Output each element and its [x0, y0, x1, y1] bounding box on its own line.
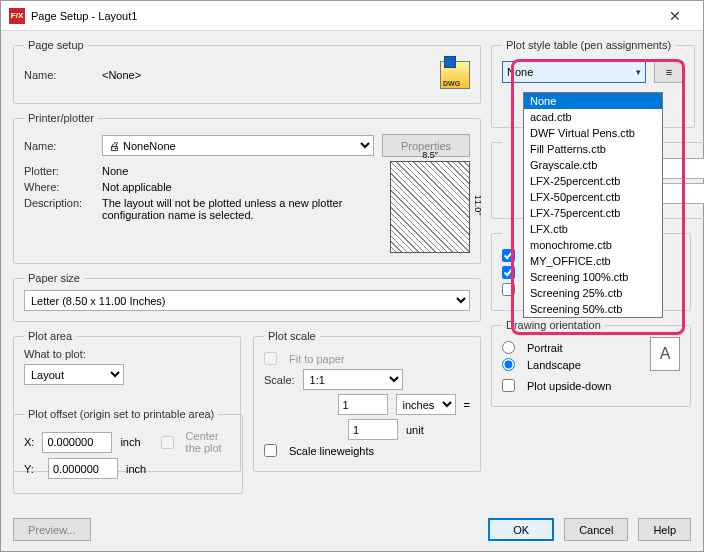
plot-offset-legend: Plot offset (origin set to printable are…: [24, 408, 218, 420]
window-title: Page Setup - Layout1: [31, 10, 655, 22]
page-setup-name-value: <None>: [102, 69, 432, 81]
x-label: X:: [24, 436, 34, 448]
printer-legend: Printer/plotter: [24, 112, 98, 124]
what-to-plot-label: What to plot:: [24, 348, 230, 360]
plot-style-select[interactable]: None ▾: [502, 61, 646, 83]
plot-style-dropdown[interactable]: Noneacad.ctbDWF Virtual Pens.ctbFill Pat…: [523, 92, 663, 318]
where-value: Not applicable: [102, 181, 172, 193]
close-button[interactable]: ✕: [655, 2, 695, 30]
plot-style-option[interactable]: Fill Patterns.ctb: [524, 141, 662, 157]
app-icon: F/X: [9, 8, 25, 24]
titlebar: F/X Page Setup - Layout1 ✕: [1, 1, 703, 31]
scale-num2[interactable]: [348, 419, 398, 440]
help-button[interactable]: Help: [638, 518, 691, 541]
plot-style-option[interactable]: DWF Virtual Pens.ctb: [524, 125, 662, 141]
ok-button[interactable]: OK: [488, 518, 554, 541]
orientation-legend: Drawing orientation: [502, 319, 605, 331]
page-setup-legend: Page setup: [24, 39, 88, 51]
page-setup-name-label: Name:: [24, 69, 94, 81]
upside-down-label: Plot upside-down: [527, 380, 611, 392]
paper-size-group: Paper size Letter (8.50 x 11.00 Inches): [13, 272, 481, 322]
plot-style-option[interactable]: Screening 100%.ctb: [524, 269, 662, 285]
y-label: Y:: [24, 463, 40, 475]
plot-area-legend: Plot area: [24, 330, 76, 342]
center-plot-checkbox[interactable]: [161, 436, 174, 449]
page-setup-dialog: F/X Page Setup - Layout1 ✕ Page setup Na…: [0, 0, 704, 552]
dwg-icon: [440, 61, 470, 89]
plot-style-option[interactable]: acad.ctb: [524, 109, 662, 125]
paper-size-select[interactable]: Letter (8.50 x 11.00 Inches): [24, 290, 470, 311]
landscape-radio[interactable]: [502, 358, 515, 371]
scale-lineweights-checkbox[interactable]: [264, 444, 277, 457]
preview-height: 11.0″: [474, 195, 484, 216]
plot-style-option[interactable]: Screening 50%.ctb: [524, 301, 662, 317]
where-label: Where:: [24, 181, 94, 193]
plot-style-option[interactable]: LFX-25percent.ctb: [524, 173, 662, 189]
paper-size-legend: Paper size: [24, 272, 84, 284]
plot-paperspace-checkbox[interactable]: [502, 266, 515, 279]
printer-group: Printer/plotter Name: 🖨 NoneNone Propert…: [13, 112, 481, 264]
plot-style-edit-button[interactable]: ≡: [654, 61, 684, 83]
scale-label: Scale:: [264, 374, 295, 386]
plot-style-legend: Plot style table (pen assignments): [502, 39, 675, 51]
plot-style-option[interactable]: LFX.ctb: [524, 221, 662, 237]
orientation-icon: A: [650, 337, 680, 371]
desc-value: The layout will not be plotted unless a …: [102, 197, 382, 221]
plot-style-selected: None: [507, 66, 533, 78]
plot-scale-group: Plot scale Fit to paper Scale:1:1 inches…: [253, 330, 481, 472]
fit-to-paper-checkbox[interactable]: [264, 352, 277, 365]
plot-style-option[interactable]: None: [524, 93, 662, 109]
plot-offset-group: Plot offset (origin set to printable are…: [13, 408, 243, 494]
cancel-button[interactable]: Cancel: [564, 518, 628, 541]
plot-style-option[interactable]: LFX-75percent.ctb: [524, 205, 662, 221]
what-to-plot-select[interactable]: Layout: [24, 364, 124, 385]
x-inch: inch: [120, 436, 140, 448]
x-input[interactable]: [42, 432, 112, 453]
scale-num1[interactable]: [338, 394, 388, 415]
plot-scale-legend: Plot scale: [264, 330, 320, 342]
plot-with-styles-checkbox[interactable]: [502, 249, 515, 262]
scale-lineweights-label: Scale lineweights: [289, 445, 374, 457]
portrait-label: Portrait: [527, 342, 562, 354]
y-inch: inch: [126, 463, 146, 475]
plot-style-option[interactable]: LFX-50percent.ctb: [524, 189, 662, 205]
unit-label: unit: [406, 424, 470, 436]
landscape-label: Landscape: [527, 359, 581, 371]
desc-label: Description:: [24, 197, 94, 209]
center-plot-label: Center the plot: [186, 430, 232, 454]
hide-paperspace-checkbox[interactable]: [502, 283, 515, 296]
plotter-label: Plotter:: [24, 165, 94, 177]
plotter-value: None: [102, 165, 128, 177]
equals-label: =: [464, 399, 470, 411]
preview-button[interactable]: Preview...: [13, 518, 91, 541]
plot-style-option[interactable]: MY_OFFICE.ctb: [524, 253, 662, 269]
dialog-footer: Preview... OK Cancel Help: [13, 518, 691, 541]
printer-name-select[interactable]: 🖨 NoneNone: [102, 135, 374, 156]
preview-width: 8.5″: [391, 150, 469, 160]
orientation-group: Drawing orientation Portrait Landscape A…: [491, 319, 691, 407]
portrait-radio[interactable]: [502, 341, 515, 354]
plot-style-option[interactable]: Grayscale.ctb: [524, 157, 662, 173]
upside-down-checkbox[interactable]: [502, 379, 515, 392]
paper-preview: 8.5″ 11.0″: [390, 161, 470, 253]
y-input[interactable]: [48, 458, 118, 479]
scale-select[interactable]: 1:1: [303, 369, 403, 390]
printer-name-label: Name:: [24, 140, 94, 152]
fit-to-paper-label: Fit to paper: [289, 353, 345, 365]
plot-style-option[interactable]: monochrome.ctb: [524, 237, 662, 253]
page-setup-group: Page setup Name: <None>: [13, 39, 481, 104]
scale-units-select[interactable]: inches: [396, 394, 456, 415]
chevron-down-icon: ▾: [636, 67, 641, 77]
plot-style-option[interactable]: Screening 25%.ctb: [524, 285, 662, 301]
